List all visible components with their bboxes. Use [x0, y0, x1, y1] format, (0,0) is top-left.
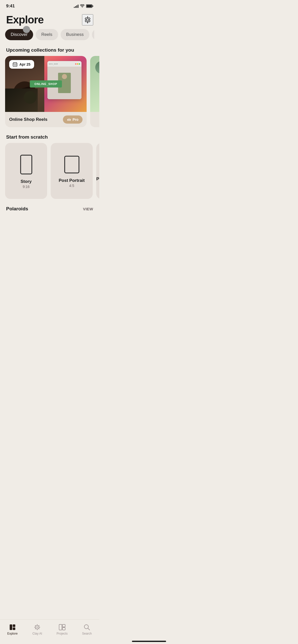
post-square-format-ratio: 1:1: [96, 182, 99, 186]
crown-icon: [67, 118, 71, 121]
collection-card-online-shop[interactable]: MOV_6335: [5, 56, 87, 127]
post-square-format-label: Post Square 1:1: [96, 177, 99, 186]
wifi-icon: [80, 4, 85, 8]
scratch-formats-carousel: Story 9:16 Post Portrait 4:5: [0, 143, 99, 199]
battery-icon: [86, 4, 93, 8]
svg-rect-10: [16, 65, 17, 65]
post-portrait-format-label: Post Portrait 4:5: [59, 178, 85, 188]
category-tabs: Discover Reels Business Events: [0, 28, 99, 41]
scroll-indicator: [23, 26, 30, 33]
collection-thumbnail: MOV_6335: [5, 56, 87, 112]
post-portrait-format-name: Post Portrait: [59, 178, 85, 183]
svg-rect-9: [15, 65, 16, 65]
tab-reels[interactable]: Reels: [36, 29, 58, 40]
format-card-post-portrait[interactable]: Post Portrait 4:5: [51, 143, 93, 199]
browser-mockup: MOV_6335: [47, 61, 82, 99]
collection-name: Online Shop Reels: [9, 117, 47, 122]
overlay-banner: ONLINE_SHOP: [30, 80, 62, 87]
collections-section-header: Upcoming collections for you: [0, 41, 99, 56]
collections-carousel: MOV_6335: [0, 56, 99, 127]
browser-url-label: MOV_6335: [49, 63, 58, 65]
status-time: 9:41: [6, 4, 15, 9]
story-format-icon: [19, 153, 34, 176]
partial-thumb: [90, 56, 99, 112]
tabs-row: Discover Reels Business Events: [5, 29, 94, 41]
gear-icon: [84, 16, 91, 24]
format-card-story[interactable]: Story 9:16: [5, 143, 47, 199]
status-bar: 9:41: [0, 0, 99, 11]
tab-events[interactable]: Events: [92, 29, 94, 40]
collage-background: MOV_6335: [5, 56, 87, 112]
calendar-icon: [13, 62, 17, 67]
story-format-ratio: 9:16: [21, 185, 32, 189]
signal-icon: [74, 4, 78, 8]
svg-rect-1: [87, 5, 92, 7]
svg-rect-4: [13, 63, 17, 66]
svg-rect-12: [65, 156, 79, 173]
svg-point-3: [87, 19, 89, 21]
date-badge-text: Apr 25: [19, 62, 31, 66]
status-icons: [74, 4, 93, 8]
page-header: Explore: [0, 11, 99, 28]
pro-badge: Pro: [63, 115, 83, 124]
polaroids-view-button[interactable]: VIEW: [83, 207, 93, 211]
settings-button[interactable]: [82, 14, 93, 25]
collection-card-partial[interactable]: [90, 56, 99, 127]
polaroids-label: Polaroids: [6, 206, 28, 212]
svg-rect-2: [92, 6, 93, 7]
story-format-name: Story: [21, 179, 32, 184]
polaroids-section-header: Polaroids VIEW: [0, 199, 99, 212]
date-badge: Apr 25: [9, 60, 34, 69]
pro-label: Pro: [73, 118, 78, 122]
post-portrait-format-icon: [63, 154, 81, 175]
scratch-section-header: Start from scratch: [0, 127, 99, 143]
story-format-label: Story 9:16: [21, 179, 32, 189]
svg-rect-8: [14, 65, 15, 65]
tab-business[interactable]: Business: [61, 29, 89, 40]
format-card-post-square[interactable]: Post Square 1:1: [96, 143, 99, 199]
post-portrait-format-ratio: 4:5: [59, 184, 85, 188]
page-title: Explore: [6, 14, 44, 26]
partial-footer: [90, 112, 99, 126]
collection-footer: Online Shop Reels Pro: [5, 112, 87, 127]
svg-rect-11: [21, 155, 32, 174]
post-square-format-name: Post Square: [96, 177, 99, 182]
